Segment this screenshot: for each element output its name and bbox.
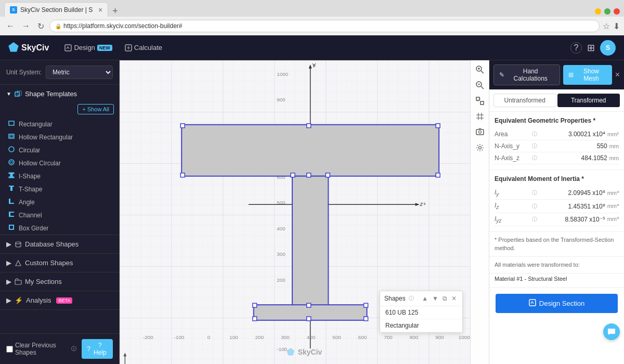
svg-point-103 bbox=[478, 131, 481, 134]
shape-channel[interactable]: Channel bbox=[0, 209, 119, 222]
shape-up-button[interactable]: ▲ bbox=[420, 294, 430, 303]
settings-button[interactable] bbox=[473, 140, 487, 155]
logo: ⬟ SkyCiv bbox=[8, 41, 49, 55]
tab-close-icon[interactable]: × bbox=[98, 6, 102, 14]
url-text: https://platform.skyciv.com/section-buil… bbox=[63, 22, 183, 30]
geo-props-title: Equivalent Geometric Properties * bbox=[495, 117, 619, 124]
naxis-y-info-icon[interactable]: ⓘ bbox=[532, 142, 537, 150]
circular-icon bbox=[8, 146, 15, 154]
svg-rect-80 bbox=[307, 317, 311, 321]
untransformed-tab[interactable]: Untransformed bbox=[493, 94, 556, 107]
shape-copy-button[interactable]: ⧉ bbox=[441, 294, 449, 303]
forward-button[interactable]: → bbox=[20, 20, 32, 32]
svg-text:400: 400 bbox=[277, 226, 285, 231]
reload-button[interactable]: ↻ bbox=[35, 20, 46, 32]
svg-rect-71 bbox=[307, 124, 311, 128]
screenshot-button[interactable] bbox=[473, 125, 487, 139]
right-panel: ✎ Hand Calculations ⊞ Show Mesh × Untran… bbox=[489, 60, 624, 364]
analysis-header[interactable]: ▶ ⚡ Analysis BETA bbox=[0, 291, 119, 309]
shape-templates-label: Shape Templates bbox=[25, 90, 77, 98]
close-button[interactable] bbox=[614, 8, 620, 15]
iy-info-icon[interactable]: ⓘ bbox=[532, 189, 537, 197]
svg-text:s: s bbox=[314, 63, 316, 68]
shape-angle[interactable]: Angle bbox=[0, 196, 119, 209]
expand-icon: ▶ bbox=[6, 240, 11, 248]
minimize-button[interactable] bbox=[595, 8, 601, 15]
info-icon: ⓘ bbox=[71, 345, 76, 353]
zoom-out-button[interactable] bbox=[473, 78, 487, 93]
unit-select[interactable]: Metric Imperial bbox=[46, 66, 113, 79]
svg-rect-4 bbox=[9, 121, 14, 125]
shape-circular[interactable]: Circular bbox=[0, 144, 119, 157]
database-shapes-header[interactable]: ▶ Database Shapes bbox=[0, 235, 119, 253]
svg-text:900: 900 bbox=[277, 97, 285, 102]
transformed-tab[interactable]: Transformed bbox=[557, 94, 620, 107]
beta-badge: BETA bbox=[56, 297, 72, 304]
shape-t-shape[interactable]: T-Shape bbox=[0, 183, 119, 196]
svg-point-7 bbox=[9, 147, 14, 152]
panel-close-button[interactable]: × bbox=[615, 70, 620, 80]
svg-point-8 bbox=[9, 160, 14, 165]
shape-item-0[interactable]: 610 UB 125 bbox=[380, 306, 462, 319]
shape-hollow-rectangular[interactable]: Hollow Rectangular bbox=[0, 131, 119, 144]
hand-calculations-button[interactable]: ✎ Hand Calculations bbox=[493, 64, 560, 85]
grid-icon[interactable]: ⊞ bbox=[587, 42, 595, 54]
svg-rect-14 bbox=[10, 187, 12, 191]
iyz-row: Iyz ⓘ 8.58307 x10⁻⁵ mm⁴ bbox=[495, 213, 619, 226]
shape-down-button[interactable]: ▼ bbox=[431, 294, 440, 303]
shape-delete-button[interactable]: ✕ bbox=[450, 294, 458, 303]
back-button[interactable]: ← bbox=[4, 20, 17, 32]
svg-rect-70 bbox=[436, 173, 440, 177]
svg-text:-100: -100 bbox=[174, 334, 184, 340]
box-girder-icon bbox=[8, 224, 15, 232]
grid-toggle-button[interactable] bbox=[473, 109, 487, 124]
svg-rect-16 bbox=[9, 203, 14, 204]
shape-hollow-circular[interactable]: Hollow Circular bbox=[0, 157, 119, 170]
shape-rectangular[interactable]: Rectangular bbox=[0, 118, 119, 131]
svg-line-88 bbox=[481, 71, 484, 73]
properties-note: * Properties based on the Transformed-Se… bbox=[489, 232, 624, 257]
svg-rect-94 bbox=[476, 97, 479, 100]
bookmark-icon[interactable]: ☆ bbox=[603, 21, 610, 31]
design-section-button[interactable]: Design Section bbox=[496, 294, 618, 313]
help-icon[interactable]: ? bbox=[570, 42, 582, 54]
maximize-button[interactable] bbox=[604, 8, 610, 15]
download-icon[interactable]: ⬇ bbox=[613, 21, 620, 31]
svg-text:100: 100 bbox=[229, 334, 238, 340]
svg-marker-25 bbox=[16, 261, 21, 266]
iz-info-icon[interactable]: ⓘ bbox=[532, 203, 537, 210]
show-mesh-button[interactable]: ⊞ Show Mesh bbox=[563, 65, 612, 85]
expand-icon: ▶ bbox=[6, 259, 11, 267]
help-button[interactable]: ? ? Help bbox=[82, 339, 113, 359]
naxis-z-info-icon[interactable]: ⓘ bbox=[532, 154, 537, 162]
nav-design[interactable]: Design NEW bbox=[59, 41, 117, 55]
user-avatar[interactable]: S bbox=[600, 40, 616, 56]
unit-system-label: Unit System: bbox=[6, 69, 42, 76]
area-info-icon[interactable]: ⓘ bbox=[532, 131, 537, 138]
fit-button[interactable] bbox=[473, 94, 487, 108]
svg-rect-74 bbox=[326, 173, 330, 177]
angle-icon bbox=[8, 198, 15, 206]
shape-templates-icon bbox=[15, 90, 22, 98]
shapes-label: Shapes bbox=[384, 295, 406, 302]
iyz-info-icon[interactable]: ⓘ bbox=[532, 216, 537, 223]
zoom-in-button[interactable] bbox=[473, 62, 487, 77]
shape-templates-header[interactable]: ▼ Shape Templates bbox=[0, 85, 119, 103]
right-toolbar bbox=[470, 60, 489, 364]
custom-icon bbox=[15, 259, 22, 267]
clear-shapes-checkbox[interactable]: Clear Previous Shapes ⓘ bbox=[6, 342, 76, 356]
nav-calculate[interactable]: Calculate bbox=[120, 41, 167, 55]
shape-i-shape[interactable]: I-Shape bbox=[0, 170, 119, 183]
svg-text:-200: -200 bbox=[143, 334, 153, 340]
iy-row: Iy ⓘ 2.09945 x10⁸ mm⁴ bbox=[495, 187, 619, 200]
new-tab-button[interactable]: + bbox=[108, 6, 122, 17]
shape-item-1[interactable]: Rectangular bbox=[380, 319, 462, 332]
chat-button[interactable] bbox=[603, 323, 620, 340]
hollow-circular-icon bbox=[8, 159, 15, 167]
svg-rect-11 bbox=[10, 174, 12, 177]
svg-text:600: 600 bbox=[358, 334, 367, 340]
custom-shapes-header[interactable]: ▶ Custom Shapes bbox=[0, 254, 119, 272]
my-sections-header[interactable]: ▶ My Sections bbox=[0, 272, 119, 291]
shape-box-girder[interactable]: Box Girder bbox=[0, 222, 119, 235]
show-all-button[interactable]: + Show All bbox=[77, 104, 114, 114]
